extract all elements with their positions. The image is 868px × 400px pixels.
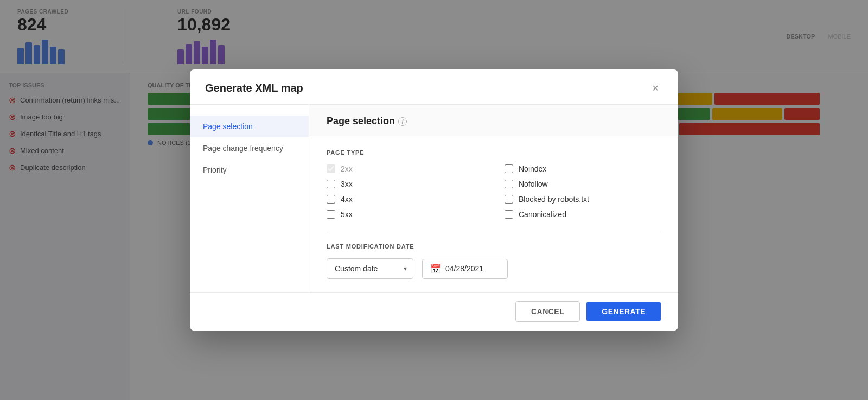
modal-main-content: Page selection i PAGE TYPE 2xx (309, 105, 678, 292)
page-type-label: PAGE TYPE (327, 149, 661, 156)
checkbox-4xx[interactable] (327, 195, 335, 204)
checkbox-canonicalized-row: Canonicalized (505, 210, 661, 219)
date-select[interactable]: Any date Last 7 days Last 30 days Last 9… (327, 258, 413, 279)
modal-overlay: Generate XML map × Page selection Page c… (0, 0, 868, 400)
checkbox-5xx-row: 5xx (327, 210, 483, 219)
checkbox-canonicalized[interactable] (505, 210, 513, 219)
section-info-icon[interactable]: i (398, 117, 407, 126)
checkbox-2xx[interactable] (327, 164, 335, 173)
checkbox-3xx-row: 3xx (327, 180, 483, 188)
checkbox-4xx-row: 4xx (327, 195, 483, 204)
modal-header: Generate XML map × (190, 69, 678, 105)
cancel-button[interactable]: CANCEL (515, 301, 580, 322)
checkbox-5xx-label: 5xx (341, 210, 353, 219)
checkbox-3xx-label: 3xx (341, 180, 353, 188)
generate-button[interactable]: GENERATE (586, 302, 661, 321)
checkbox-robots-label: Blocked by robots.txt (519, 195, 589, 204)
checkbox-5xx[interactable] (327, 210, 335, 219)
section-divider (327, 232, 661, 232)
date-input[interactable] (445, 264, 500, 273)
checkbox-robots-row: Blocked by robots.txt (505, 195, 661, 204)
modal-sidebar: Page selection Page change frequency Pri… (190, 105, 309, 292)
checkbox-2xx-row: 2xx (327, 164, 483, 173)
modal-body: Page selection Page change frequency Pri… (190, 105, 678, 292)
date-select-wrapper: Any date Last 7 days Last 30 days Last 9… (327, 258, 413, 279)
section-content: PAGE TYPE 2xx Noindex (309, 136, 678, 292)
checkbox-canonicalized-label: Canonicalized (519, 210, 566, 219)
section-title-text: Page selection (327, 116, 395, 127)
section-title-row: Page selection i (327, 116, 661, 127)
checkbox-noindex-label: Noindex (519, 164, 546, 173)
checkbox-2xx-label: 2xx (341, 164, 353, 173)
checkbox-nofollow[interactable] (505, 180, 513, 188)
checkbox-noindex-row: Noindex (505, 164, 661, 173)
date-row: Any date Last 7 days Last 30 days Last 9… (327, 258, 661, 279)
checkbox-4xx-label: 4xx (341, 195, 353, 204)
sidebar-item-priority[interactable]: Priority (190, 159, 309, 181)
checkbox-noindex[interactable] (505, 164, 513, 173)
date-section: LAST MODIFICATION DATE Any date Last 7 d… (327, 243, 661, 279)
sidebar-item-page-selection[interactable]: Page selection (190, 116, 309, 137)
checkbox-robots[interactable] (505, 195, 513, 204)
modal-title: Generate XML map (205, 82, 303, 94)
date-input-wrapper[interactable]: 📅 (422, 259, 508, 279)
section-header: Page selection i (309, 105, 678, 136)
calendar-icon: 📅 (430, 264, 441, 274)
modal-close-button[interactable]: × (648, 80, 663, 96)
last-modification-label: LAST MODIFICATION DATE (327, 243, 661, 250)
checkbox-nofollow-label: Nofollow (519, 180, 548, 188)
checkbox-grid: 2xx Noindex 3xx Nofol (327, 164, 661, 219)
modal-footer: CANCEL GENERATE (190, 292, 678, 331)
checkbox-3xx[interactable] (327, 180, 335, 188)
generate-xml-modal: Generate XML map × Page selection Page c… (190, 69, 678, 331)
checkbox-nofollow-row: Nofollow (505, 180, 661, 188)
sidebar-item-page-change-frequency[interactable]: Page change frequency (190, 137, 309, 159)
